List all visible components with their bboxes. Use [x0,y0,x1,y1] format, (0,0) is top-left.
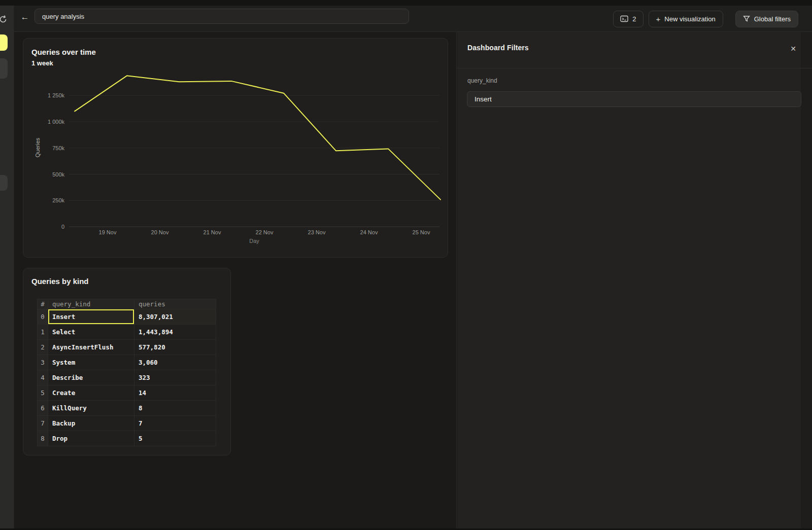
global-filters-label: Global filters [754,15,791,23]
queries-by-kind-table: #query_kindqueries 0Insert8,307,0211Sele… [37,299,216,446]
table-row: 1Select1,443,894 [37,325,216,340]
row-index-cell: 1 [37,325,48,340]
dashboard-filters-panel: Dashboard Filters ✕ query_kind [457,32,812,528]
x-axis-tick-label: 19 Nov [99,229,117,235]
queries-count-cell[interactable]: 323 [134,370,216,385]
y-axis-tick-label: 500k [52,171,64,178]
plus-icon: + [656,15,661,23]
y-axis-tick-label: 0 [61,224,64,230]
table-row: 7Backup7 [37,416,216,431]
panel-scroll-gutter [801,32,812,528]
row-index-cell: 4 [37,370,48,385]
table-row: 0Insert8,307,021 [37,309,216,325]
sidebar [0,6,14,528]
query-kind-cell[interactable]: Create [48,385,134,401]
chart-subtitle: 1 week [31,59,53,67]
query-kind-cell[interactable]: Select [48,325,134,340]
sidebar-item[interactable] [0,58,8,79]
queries-count-cell[interactable]: 1,443,894 [134,325,216,340]
y-axis-tick-label: 1 250k [48,92,65,98]
queries-count-cell[interactable]: 5 [134,431,216,446]
y-axis-tick-label: 750k [52,145,64,151]
queries-count-cell[interactable]: 3,060 [134,355,216,370]
query-kind-filter-input[interactable] [467,91,801,107]
query-tabs-count: 2 [632,15,636,23]
query-kind-cell[interactable]: AsyncInsertFlush [48,340,134,355]
column-header-queries[interactable]: queries [134,299,216,309]
x-axis-tick-label: 21 Nov [204,229,221,235]
x-axis-tick-label: 23 Nov [308,229,326,235]
queries-by-kind-card[interactable]: Queries by kind #query_kindqueries 0Inse… [23,268,231,455]
row-index-cell: 5 [37,385,48,401]
column-header-query_kind[interactable]: query_kind [48,299,134,309]
table-title: Queries by kind [31,277,89,286]
queries-count-cell[interactable]: 7 [134,416,216,431]
table-header: #query_kindqueries [37,299,216,309]
table-row: 4Describe323 [37,370,216,385]
queries-count-cell[interactable]: 8 [134,401,216,416]
query-kind-cell[interactable]: Backup [48,416,134,431]
y-axis-tick-label: 250k [52,197,64,203]
back-button[interactable]: ← [17,10,32,25]
topbar-actions: 2 + New visualization Global filters [613,8,798,30]
x-axis-tick-label: 20 Nov [151,229,169,235]
queries-over-time-card[interactable]: Queries over time 1 week 0250k500k750k1 … [23,38,448,258]
x-axis-tick-label: 24 Nov [360,229,378,235]
row-index-cell: 3 [37,355,48,370]
chart-title: Queries over time [31,48,96,56]
queries-count-cell[interactable]: 14 [134,385,216,401]
sidebar-item-active-dashboard[interactable] [0,34,8,51]
table-row: 8Drop5 [37,431,216,446]
x-axis-title: Day [249,238,259,244]
window-top-strip [0,0,812,6]
query-kind-cell[interactable]: System [48,355,134,370]
row-index-cell: 2 [37,340,48,355]
topbar: ← 2 + New visualization [14,6,812,32]
row-index-cell: 6 [37,401,48,416]
close-panel-button[interactable]: ✕ [787,43,799,55]
sidebar-item[interactable] [0,175,8,191]
funnel-filter-icon [743,15,750,22]
query-kind-cell[interactable]: Describe [48,370,134,385]
table-row: 5Create14 [37,385,216,401]
table-row: 2AsyncInsertFlush577,820 [37,340,216,355]
global-filters-button[interactable]: Global filters [735,11,798,27]
refresh-icon[interactable] [0,14,8,24]
row-index-cell: 8 [37,431,48,446]
query-tabs-button[interactable]: 2 [613,11,643,27]
dashboard-title-input[interactable] [35,9,409,24]
filters-panel-title: Dashboard Filters [467,44,529,52]
queries-count-cell[interactable]: 577,820 [134,340,216,355]
queries-line-series[interactable] [75,76,441,199]
row-index-cell: 7 [37,416,48,431]
close-icon: ✕ [790,45,796,53]
query-kind-cell[interactable]: Insert [48,309,134,325]
x-axis-tick-label: 22 Nov [256,229,274,235]
dashboard-canvas: Queries over time 1 week 0250k500k750k1 … [14,32,457,528]
queries-count-cell[interactable]: 8,307,021 [134,309,216,325]
new-visualization-button[interactable]: + New visualization [649,11,723,27]
app-window: ← 2 + New visualization [0,0,812,530]
x-axis-tick-label: 25 Nov [413,229,430,235]
panel-divider [457,68,812,68]
query-kind-cell[interactable]: Drop [48,431,134,446]
table-row: 3System3,060 [37,355,216,370]
filter-field-label: query_kind [467,77,497,84]
console-window-icon [620,15,628,22]
query-kind-cell[interactable]: KillQuery [48,401,134,416]
y-axis-title: Queries [35,137,41,157]
column-header-num[interactable]: # [37,299,48,309]
table-row: 6KillQuery8 [37,401,216,416]
row-index-cell: 0 [37,309,48,325]
new-visualization-label: New visualization [664,15,715,23]
y-axis-tick-label: 1 000k [48,119,65,125]
queries-line-chart: 0250k500k750k1 000k1 250k19 Nov20 Nov21 … [31,72,445,246]
arrow-left-icon: ← [21,12,29,22]
